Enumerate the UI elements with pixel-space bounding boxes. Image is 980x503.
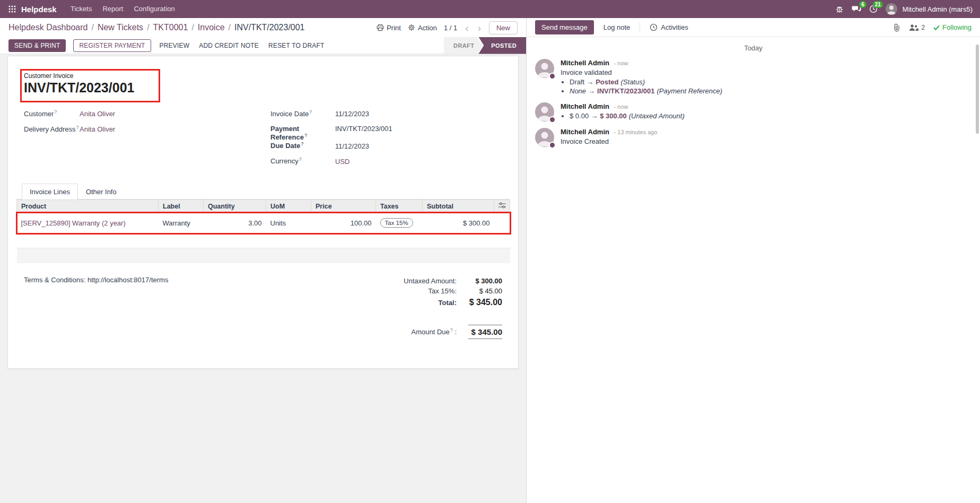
print-button[interactable]: Print [377, 24, 401, 32]
chatter-toolbar-right: 2 Following [893, 23, 972, 32]
activities-button[interactable]: Activities [650, 23, 688, 31]
message-type-badge [549, 142, 556, 149]
menu-report[interactable]: Report [97, 0, 128, 18]
table-header-row: Product Label Quantity UoM Price Taxes S… [17, 200, 510, 213]
tab-other-info[interactable]: Other Info [78, 184, 125, 200]
help-marker: ? [304, 133, 308, 138]
messages-menu-button[interactable]: 6 [852, 5, 861, 13]
new-button[interactable]: New [489, 21, 518, 34]
delivery-address-value-link[interactable]: Anita Oliver [80, 125, 115, 133]
pager-previous-icon[interactable]: ‹ [464, 23, 469, 33]
app-name[interactable]: Helpdesk [21, 5, 57, 14]
field-due-date: Due Date? 11/12/2023 [270, 141, 502, 157]
message-author-avatar[interactable] [535, 128, 554, 147]
tax-row: Tax 15%: $ 45.00 [358, 286, 502, 296]
action-menu-button[interactable]: Action [408, 24, 437, 32]
line-label-cell[interactable]: Warranty [159, 213, 204, 233]
register-payment-button[interactable]: REGISTER PAYMENT [73, 39, 151, 52]
apps-menu-button[interactable] [4, 0, 20, 18]
breadcrumb-ticket[interactable]: TKT0001 [153, 23, 188, 32]
field-payment-reference: Payment Reference? INV/TKT/2023/001 [270, 125, 502, 141]
date-separator: Today [527, 37, 980, 54]
topbar-right: 6 21 Mitchell Admin (mars5) [835, 3, 973, 15]
message-header: Mitchell Admin - now [561, 102, 685, 110]
field-invoice-date: Invoice Date? 11/12/2023 [270, 109, 502, 125]
breadcrumb-new-tickets[interactable]: New Tickets [98, 23, 143, 32]
following-button[interactable]: Following [933, 23, 972, 31]
customer-value-link[interactable]: Anita Oliver [80, 110, 115, 118]
empty-line-row [17, 248, 510, 263]
menu-configuration[interactable]: Configuration [128, 0, 180, 18]
message-author[interactable]: Mitchell Admin [561, 102, 609, 110]
column-header-taxes[interactable]: Taxes [376, 200, 423, 213]
menu-tickets[interactable]: Tickets [65, 0, 98, 18]
chatter-scrollbar[interactable] [976, 45, 979, 134]
debug-mode-button[interactable] [835, 5, 844, 13]
log-note-button[interactable]: Log note [603, 23, 631, 31]
currency-value-link[interactable]: USD [335, 158, 349, 166]
payment-reference-value[interactable]: INV/TKT/2023/001 [335, 125, 392, 133]
message-author-avatar[interactable] [535, 59, 554, 78]
breadcrumb-current: INV/TKT/2023/001 [234, 23, 305, 32]
delivery-address-label: Delivery Address? [24, 125, 80, 133]
message-author[interactable]: Mitchell Admin [561, 59, 609, 67]
tab-invoice-lines[interactable]: Invoice Lines [22, 184, 78, 200]
invoice-line-row[interactable]: [SERV_125890] Warranty (2 year) Warranty… [17, 213, 510, 233]
tax-tag[interactable]: Tax 15% [380, 218, 413, 228]
activities-badge: 21 [873, 1, 883, 8]
help-marker: ? [299, 157, 302, 162]
gear-icon [408, 24, 415, 31]
line-price-cell[interactable]: 100.00 [311, 213, 376, 233]
activities-menu-button[interactable]: 21 [869, 5, 878, 13]
user-menu-button[interactable] [886, 3, 897, 15]
breadcrumb-invoice[interactable]: Invoice [198, 23, 225, 32]
column-header-price[interactable]: Price [311, 200, 376, 213]
chatter-panel: Send message Log note Activities 2 [527, 18, 980, 503]
field-currency: Currency? USD [270, 157, 502, 172]
add-credit-note-button[interactable]: ADD CREDIT NOTE [198, 40, 260, 51]
arrow-icon: → [587, 78, 593, 86]
untaxed-amount-row: Untaxed Amount: $ 300.00 [358, 276, 502, 286]
column-header-label[interactable]: Label [159, 200, 204, 213]
toolbar-divider [640, 22, 640, 33]
breadcrumb-actions: Print Action 1 / 1 ‹ › New [377, 21, 518, 34]
send-message-button[interactable]: Send message [535, 20, 594, 34]
message-author-avatar[interactable] [535, 102, 554, 122]
optional-columns-button[interactable] [494, 200, 510, 213]
tracking-value: $ 0.00→$ 300.00(Untaxed Amount) [570, 112, 685, 120]
column-header-subtotal[interactable]: Subtotal [423, 200, 494, 213]
column-header-product[interactable]: Product [17, 200, 159, 213]
reset-to-draft-button[interactable]: RESET TO DRAFT [267, 40, 326, 51]
invoice-date-value[interactable]: 11/12/2023 [335, 110, 369, 118]
state-draft[interactable]: DRAFT [444, 37, 483, 54]
apps-grid-icon [8, 5, 16, 13]
arrow-icon: → [591, 112, 598, 120]
due-date-value[interactable]: 11/12/2023 [335, 142, 369, 150]
line-uom-cell[interactable]: Units [266, 213, 311, 233]
breadcrumb-separator: / [147, 23, 149, 32]
total-value: $ 345.00 [457, 297, 502, 307]
send-print-button[interactable]: SEND & PRINT [8, 39, 66, 52]
column-header-quantity[interactable]: Quantity [204, 200, 266, 213]
help-marker: ? [76, 125, 79, 130]
tracking-value-list: $ 0.00→$ 300.00(Untaxed Amount) [570, 112, 685, 120]
topbar-left: Helpdesk Tickets Report Configuration [4, 0, 180, 18]
product-link[interactable]: [SERV_125890] Warranty (2 year) [21, 219, 126, 227]
preview-button[interactable]: PREVIEW [159, 40, 191, 51]
user-name[interactable]: Mitchell Admin (mars5) [903, 5, 973, 13]
state-posted[interactable]: POSTED [478, 37, 526, 54]
message-header: Mitchell Admin - 13 minutes ago [561, 128, 658, 136]
message-time: - 13 minutes ago [614, 129, 658, 135]
line-quantity-cell[interactable]: 3.00 [204, 213, 266, 233]
followers-button[interactable]: 2 [909, 24, 925, 31]
breadcrumb: Helpdesk Dashboard / New Tickets / TKT00… [8, 23, 305, 32]
printer-icon [377, 24, 384, 31]
attachments-button[interactable] [893, 23, 900, 32]
message-author[interactable]: Mitchell Admin [561, 128, 609, 136]
help-marker: ? [301, 141, 304, 146]
field-groups: Customer? Anita Oliver Delivery Address?… [24, 109, 502, 172]
terms-and-totals: Terms & Conditions: http://localhost:801… [24, 276, 502, 308]
column-header-uom[interactable]: UoM [266, 200, 311, 213]
pager-next-icon[interactable]: › [477, 23, 482, 33]
breadcrumb-helpdesk-dashboard[interactable]: Helpdesk Dashboard [8, 23, 88, 32]
